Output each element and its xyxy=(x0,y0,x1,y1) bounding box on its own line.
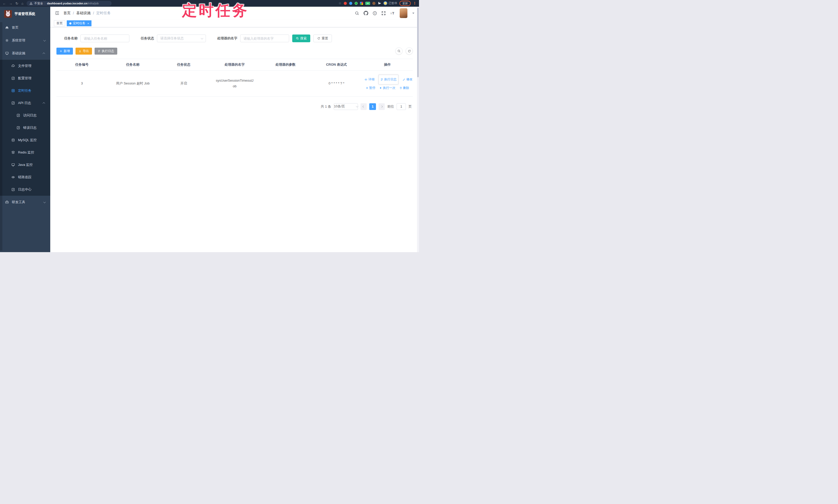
chevron-down-icon xyxy=(356,105,359,107)
tab-scheduled-job[interactable]: 定时任务 × xyxy=(67,20,91,26)
toggle-search-button[interactable] xyxy=(395,48,402,55)
run-once-link[interactable]: 执行一次 xyxy=(379,85,395,92)
col-actions: 操作 xyxy=(362,59,413,71)
sidebar-item-home[interactable]: 首页 xyxy=(0,21,50,34)
on-badge[interactable]: on xyxy=(365,2,370,5)
bookmark-star-icon[interactable]: ☆ xyxy=(338,2,342,5)
sidebar-item-api-log[interactable]: API 日志 xyxy=(0,97,50,109)
delete-link[interactable]: 删除 xyxy=(399,85,409,92)
browser-back-icon[interactable]: ← xyxy=(3,2,6,5)
total-count: 共 1 条 xyxy=(321,104,331,109)
edit-link[interactable]: 修改 xyxy=(402,76,413,83)
extension-blue-icon[interactable] xyxy=(349,2,352,5)
search-button[interactable]: 搜索 xyxy=(292,35,310,42)
hamburger-icon[interactable] xyxy=(55,11,59,15)
sidebar-scrollbar[interactable] xyxy=(0,22,2,251)
sidebar-item-error-log[interactable]: 错误日志 xyxy=(0,122,50,134)
eye-icon xyxy=(364,78,367,81)
puzzle-icon[interactable] xyxy=(378,2,381,5)
fullscreen-icon[interactable] xyxy=(381,11,386,15)
refresh-icon xyxy=(408,50,411,53)
sidebar-item-tracing[interactable]: 链路追踪 xyxy=(0,171,50,183)
add-button[interactable]: 新增 xyxy=(56,48,73,55)
row-job-log-link[interactable]: 执行日志 xyxy=(379,75,398,85)
app-logo-row[interactable]: 芋道管理系统 xyxy=(0,7,50,21)
home-icon xyxy=(5,26,9,29)
browser-menu-icon[interactable]: ⋮ xyxy=(413,1,416,5)
sidebar-item-file-manage[interactable]: 文件管理 xyxy=(0,60,50,72)
sidebar-item-java-monitor[interactable]: Java 监控 xyxy=(0,159,50,171)
browser-home-icon[interactable]: ⌂ xyxy=(21,2,23,5)
cell-handler-param xyxy=(260,71,311,96)
list-icon xyxy=(380,78,383,81)
sidebar-item-dev-tools[interactable]: 研发工具 xyxy=(0,196,50,209)
sidebar-item-access-log[interactable]: 访问日志 xyxy=(0,109,50,122)
sidebar-item-log-center[interactable]: 日志中心 xyxy=(0,183,50,196)
extension-monkey-icon[interactable] xyxy=(372,2,376,5)
chevron-up-icon xyxy=(42,102,45,105)
profile-chip[interactable]: 已暂停 xyxy=(383,1,397,5)
jobs-table: 任务编号 任务名称 任务状态 处理器的名字 处理器的参数 CRON 表达式 操作… xyxy=(56,59,413,96)
svg-text:T: T xyxy=(390,12,392,15)
browser-reload-icon[interactable]: ↻ xyxy=(15,2,18,5)
col-cron: CRON 表达式 xyxy=(311,59,362,71)
monitor-icon xyxy=(5,52,9,55)
job-log-button[interactable]: 执行日志 xyxy=(94,48,117,55)
cell-actions: 详细 执行日志 修改 暂停 执行一次 删除 xyxy=(362,71,413,96)
job-name-input[interactable] xyxy=(81,35,129,42)
handler-name-input[interactable] xyxy=(240,35,289,42)
detail-link[interactable]: 详细 xyxy=(364,76,374,83)
cloud-upload-icon xyxy=(11,64,15,68)
page-number-button[interactable]: 1 xyxy=(369,103,376,110)
screen: ← → ↻ ⌂ 不安全 dashboard.yudao.iocoder.cn/i… xyxy=(0,0,419,252)
extension-red-icon[interactable] xyxy=(344,2,347,5)
page-content: 任务名称 任务状态 请选择任务状态 处理器的名字 搜索 xyxy=(50,27,419,252)
sidebar-item-infra[interactable]: 基础设施 xyxy=(0,47,50,60)
prev-page-button[interactable] xyxy=(361,103,367,110)
reset-button[interactable]: 重置 xyxy=(313,35,332,42)
scrollbar-thumb[interactable] xyxy=(417,8,419,77)
annotation-title: 定时任务 xyxy=(182,1,249,21)
export-button[interactable]: 导出 xyxy=(75,48,92,55)
sidebar-item-scheduled-job[interactable]: 定时任务 xyxy=(0,85,50,97)
caret-down-icon[interactable] xyxy=(412,13,414,14)
url-host[interactable]: dashboard.yudao.iocoder.cn xyxy=(47,2,87,5)
download-icon xyxy=(78,50,82,53)
goto-label: 前往 xyxy=(387,104,394,109)
briefcase-icon xyxy=(5,200,9,204)
monitor-icon xyxy=(11,163,15,167)
col-job-name: 任务名称 xyxy=(107,59,158,71)
user-avatar[interactable] xyxy=(400,8,407,18)
github-icon[interactable] xyxy=(364,11,368,15)
browser-forward-icon[interactable]: → xyxy=(9,2,12,5)
sidebar-item-config-manage[interactable]: 配置管理 xyxy=(0,72,50,85)
cell-job-id: 3 xyxy=(56,71,107,96)
tags-view-bar: 首页 定时任务 × xyxy=(50,20,419,27)
help-icon[interactable]: ? xyxy=(373,11,377,15)
sidebar-item-mysql-monitor[interactable]: MySQL 监控 xyxy=(0,134,50,146)
breadcrumb-infra[interactable]: 基础设施 xyxy=(76,11,91,15)
pause-link[interactable]: 暂停 xyxy=(366,85,376,92)
next-page-button[interactable] xyxy=(379,103,385,110)
search-icon xyxy=(397,50,401,53)
address-bar[interactable]: 不安全 dashboard.yudao.iocoder.cn/infra/job xyxy=(27,1,111,6)
extension-green-check-icon[interactable] xyxy=(354,2,358,5)
close-icon[interactable]: × xyxy=(87,22,89,25)
page-size-select[interactable]: 10条/页 xyxy=(334,103,358,110)
extension-grid-icon[interactable] xyxy=(360,2,363,5)
breadcrumb-home[interactable]: 首页 xyxy=(64,11,71,15)
security-label[interactable]: 不安全 xyxy=(34,2,43,5)
font-size-icon[interactable]: TT xyxy=(390,11,395,15)
goto-page-input[interactable] xyxy=(397,103,406,110)
sidebar-item-redis-monitor[interactable]: Redis 监控 xyxy=(0,146,50,159)
browser-update-button[interactable]: 更新 xyxy=(399,1,411,6)
search-icon[interactable] xyxy=(355,11,359,15)
sidebar-item-system[interactable]: 系统管理 xyxy=(0,34,50,47)
refresh-button[interactable] xyxy=(406,48,413,55)
page-scrollbar[interactable] xyxy=(417,7,419,252)
job-status-select[interactable]: 请选择任务状态 xyxy=(157,35,206,42)
chevron-right-icon xyxy=(381,106,383,108)
log-icon xyxy=(17,126,20,129)
tab-home[interactable]: 首页 xyxy=(54,20,65,26)
active-tab-dot xyxy=(69,22,71,24)
